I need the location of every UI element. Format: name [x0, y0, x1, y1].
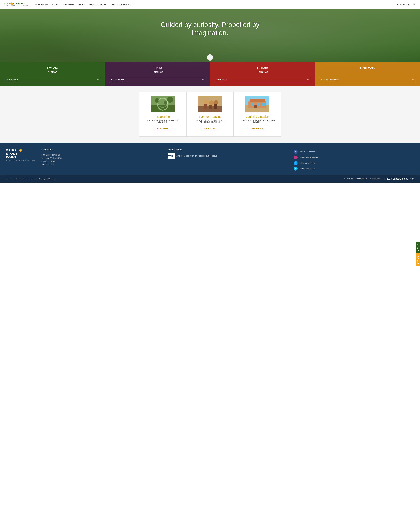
footer-top: SABOT ✦ STONY POINT A SMALL SCHOOL FOR B…	[6, 148, 414, 175]
chevron-icon-current: ▾	[308, 79, 309, 81]
footer-logo-subtitle: A SMALL SCHOOL FOR BIG CHANGE	[6, 160, 36, 161]
footer-calendar[interactable]: CALENDAR	[357, 178, 367, 180]
footer-accredited-heading: Accredited by	[168, 148, 288, 151]
footer: SABOT ✦ STONY POINT A SMALL SCHOOL FOR B…	[0, 142, 420, 183]
chevron-icon-future: ▾	[202, 79, 204, 81]
footer-feedback[interactable]: FEEDBACK	[370, 178, 381, 180]
svg-rect-19	[256, 103, 260, 106]
facebook-label: Like us on Facebook	[300, 151, 316, 153]
cat-title-future: FutureFamilies	[109, 66, 206, 74]
news-section: Reopening WE'RE PLANNING FOR IN-PERSON L…	[0, 86, 420, 142]
category-current: CurrentFamilies CALENDAR ▾	[210, 62, 315, 86]
navigation: SABOT ✦ STONY POINT A SMALL SCHOOL FOR B…	[0, 0, 420, 9]
capital-image-placeholder	[246, 96, 269, 112]
cat-dropdown-future[interactable]: WHY SABOT? ▾	[109, 77, 206, 83]
cat-title-educators: Educators	[319, 66, 416, 70]
cat-dropdown-label-explore: OUR STORY	[6, 79, 18, 81]
svg-rect-1	[151, 105, 174, 112]
site-logo[interactable]: SABOT ✦ STONY POINT A SMALL SCHOOL FOR B…	[4, 2, 30, 6]
news-title-capital: Capital Campaign	[246, 115, 269, 118]
footer-logo-sabot: SABOT	[6, 148, 19, 152]
footer-phone: p (804) 272-1341	[41, 160, 55, 162]
svg-rect-20	[262, 103, 265, 106]
footer-careers[interactable]: CAREERS	[344, 178, 353, 180]
read-more-capital[interactable]: READ MORE	[248, 126, 266, 131]
news-image-summer	[198, 96, 222, 112]
category-future: FutureFamilies WHY SABOT? ▾	[105, 62, 210, 86]
nav-contact[interactable]: CONTACT US	[397, 3, 410, 6]
read-more-summer[interactable]: READ MORE	[201, 126, 219, 131]
news-card-summer: Summer Reading CHECK OUT STUDENTS' BOOK …	[187, 92, 234, 136]
svg-rect-13	[214, 104, 217, 109]
logo-dot: ✦	[10, 2, 13, 5]
svg-text:VAIS: VAIS	[168, 155, 173, 157]
logo-subtitle: A SMALL SCHOOL FOR BIG CHANGE	[4, 5, 30, 6]
nav-giving[interactable]: GIVING	[52, 3, 59, 6]
twitter-label: Follow us on Twitter	[300, 162, 315, 164]
facebook-icon: f	[294, 150, 298, 154]
chevron-down-icon: ▾	[210, 56, 210, 59]
news-image-capital	[246, 96, 269, 112]
instagram-icon: i	[294, 155, 298, 159]
news-subtitle-summer: CHECK OUT STUDENTS' BOOK RECCOMMENDATION…	[191, 120, 229, 123]
reopening-image-placeholder	[151, 96, 174, 112]
vimeo-icon: v	[294, 167, 298, 170]
news-card-reopening: Reopening WE'RE PLANNING FOR IN-PERSON L…	[139, 92, 187, 136]
logo-text-stonypoint: STONY POINT	[14, 3, 24, 5]
nav-right: CONTACT US 🔍	[397, 3, 416, 6]
cat-dropdown-label-future: WHY SABOT?	[112, 79, 125, 81]
footer-city: Richmond, Virginia 23235	[41, 157, 62, 159]
svg-point-5	[164, 101, 167, 104]
nav-links: ADMISSIONS GIVING CALENDAR NEWS FACILITY…	[35, 3, 397, 6]
footer-fax: f (804) 560-9255	[41, 163, 54, 166]
nav-capital-campaign[interactable]: CAPITAL CAMPAIGN	[111, 3, 130, 6]
cat-title-explore: ExploreSabot	[4, 66, 101, 74]
hero-title: Guided by curiosity. Propelled by imagin…	[143, 9, 277, 41]
twitter-icon: t	[294, 161, 298, 165]
nav-news[interactable]: NEWS	[79, 3, 85, 6]
footer-logo: SABOT ✦ STONY POINT A SMALL SCHOOL FOR B…	[6, 148, 36, 170]
footer-copyright: © 2020 Sabot at Stony Point	[384, 177, 414, 180]
chevron-icon-explore: ▾	[98, 79, 99, 81]
svg-rect-17	[250, 99, 265, 102]
social-facebook[interactable]: f Like us on Facebook	[294, 150, 414, 154]
svg-point-10	[214, 100, 218, 104]
read-more-reopening[interactable]: READ MORE	[154, 126, 172, 131]
footer-contact-heading: Contact us	[41, 148, 162, 151]
instagram-label: Follow us on Instagram	[300, 156, 318, 158]
vais-icon: VAIS	[168, 154, 175, 159]
svg-point-8	[204, 99, 209, 105]
svg-rect-18	[251, 103, 254, 106]
nav-facility-rental[interactable]: FACILITY RENTAL	[89, 3, 106, 6]
footer-contact: Contact us 3400 Stony Point Road Richmon…	[41, 148, 162, 170]
nav-calendar[interactable]: CALENDAR	[63, 3, 75, 6]
footer-social: f Like us on Facebook i Follow us on Ins…	[294, 148, 414, 170]
svg-rect-12	[209, 105, 212, 109]
hero-section: Guided by curiosity. Propelled by imagin…	[0, 9, 420, 86]
search-icon[interactable]: 🔍	[412, 3, 416, 6]
news-image-reopening	[151, 96, 174, 112]
cat-dropdown-explore[interactable]: OUR STORY ▾	[4, 77, 101, 83]
social-instagram[interactable]: i Follow us on Instagram	[294, 155, 414, 159]
scroll-down-button[interactable]: ▾	[207, 54, 213, 60]
social-twitter[interactable]: t Follow us on Twitter	[294, 161, 414, 165]
social-vimeo[interactable]: v Follow us on Vimeo	[294, 167, 414, 170]
news-grid: Reopening WE'RE PLANNING FOR IN-PERSON L…	[139, 92, 281, 137]
vimeo-label: Follow us on Vimeo	[300, 168, 315, 170]
news-title-reopening: Reopening	[156, 115, 170, 118]
summer-image-placeholder	[198, 96, 222, 112]
cat-dropdown-current[interactable]: CALENDAR ▾	[214, 77, 311, 83]
footer-logo-text: SABOT ✦ STONY POINT	[6, 148, 36, 159]
news-card-capital: Capital Campaign LEARN ABOUT OUR PLANS F…	[234, 92, 281, 136]
logo-text-sabot: SABOT	[4, 3, 10, 5]
footer-logo-stony: STONY	[6, 152, 18, 155]
cat-title-current: CurrentFamilies	[214, 66, 311, 74]
footer-tagline: Progressive education for children in pr…	[6, 178, 56, 180]
svg-point-3	[155, 98, 159, 103]
cat-dropdown-educators[interactable]: SABOT INSTITUTE ▾	[319, 77, 416, 83]
category-explore: ExploreSabot OUR STORY ▾	[0, 62, 105, 86]
footer-logo-dot: ✦	[19, 149, 22, 152]
footer-bottom: Progressive education for children in pr…	[0, 175, 420, 183]
footer-address: 3400 Stony Point Road	[41, 154, 60, 156]
nav-admissions[interactable]: ADMISSIONS	[35, 3, 48, 6]
